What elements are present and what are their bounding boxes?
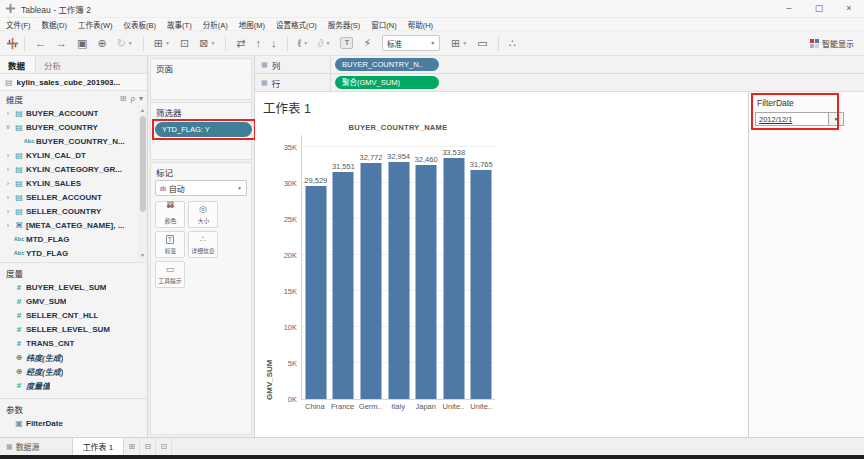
- minimize-button[interactable]: –: [774, 0, 804, 17]
- scrollbar[interactable]: ▲ ▼: [138, 106, 147, 260]
- sort-ascending-icon[interactable]: ↑: [256, 38, 262, 49]
- search-icon[interactable]: ρ: [130, 94, 135, 103]
- field-row[interactable]: ⊕纬度(生成): [0, 350, 147, 364]
- chevron-down-icon[interactable]: ▼: [165, 41, 170, 46]
- columns-shelf[interactable]: ▦ 列 BUYER_COUNTRY_N..: [255, 56, 864, 74]
- expander-icon[interactable]: ›: [4, 208, 12, 215]
- fix-axes-icon[interactable]: ⚡: [363, 38, 371, 49]
- marks-button-detail[interactable]: ∴详细信息: [188, 231, 218, 258]
- sheet-tab-active[interactable]: 工作表 1: [72, 438, 125, 455]
- datasource-item[interactable]: ▤ kylin_sales_cube_201903...: [0, 74, 147, 91]
- field-row[interactable]: ›▤SELLER_COUNTRY: [0, 204, 147, 218]
- format-icon[interactable]: ∂▼: [318, 38, 330, 49]
- refresh-icon[interactable]: ↻▼: [117, 38, 133, 49]
- save-icon[interactable]: ▣: [77, 38, 87, 49]
- menu-item[interactable]: 数据(D): [42, 19, 67, 30]
- marks-button-label[interactable]: T标签: [155, 231, 185, 258]
- rows-shelf[interactable]: ▦ 行 聚合(GMV_SUM): [255, 74, 864, 92]
- chevron-down-icon[interactable]: ▾: [139, 94, 143, 103]
- chevron-down-icon[interactable]: ▼: [303, 41, 308, 46]
- marks-button-tooltip[interactable]: ▭工具提示: [155, 261, 185, 288]
- undo-icon[interactable]: ←: [35, 38, 46, 49]
- new-worksheet-icon[interactable]: ⊞▼: [154, 38, 170, 49]
- menu-item[interactable]: 帮助(H): [408, 19, 433, 30]
- menu-item[interactable]: 故事(T): [167, 19, 192, 30]
- view-options-icon[interactable]: ⊞: [120, 94, 127, 103]
- bar-mark[interactable]: [360, 163, 381, 399]
- field-row[interactable]: ▣FilterDate: [0, 416, 147, 430]
- field-row[interactable]: ›▤KYLIN_CAL_DT: [0, 148, 147, 162]
- field-row[interactable]: ∨▤BUYER_COUNTRY: [0, 120, 147, 134]
- menu-item[interactable]: 仪表板(B): [124, 19, 157, 30]
- columns-pill[interactable]: BUYER_COUNTRY_N..: [335, 58, 439, 71]
- field-row[interactable]: #度量值: [0, 378, 147, 392]
- menu-item[interactable]: 分析(A): [203, 19, 228, 30]
- scroll-down-icon[interactable]: ▼: [138, 251, 147, 260]
- new-dashboard-button[interactable]: ⊟: [140, 438, 156, 455]
- clear-sheet-icon[interactable]: ⊠▼: [199, 38, 215, 49]
- expander-icon[interactable]: ›: [4, 180, 12, 187]
- chevron-down-icon[interactable]: ▼: [462, 41, 467, 46]
- scrollbar-thumb[interactable]: [140, 116, 146, 212]
- tab-analytics[interactable]: 分析: [36, 56, 71, 73]
- mark-type-dropdown[interactable]: ılı 自动 ▼: [155, 180, 247, 196]
- field-row[interactable]: #TRANS_CNT: [0, 336, 147, 350]
- menu-item[interactable]: 工作表(W): [78, 19, 113, 30]
- expander-icon[interactable]: ›: [4, 166, 12, 173]
- field-row[interactable]: #SELLER_LEVEL_SUM: [0, 322, 147, 336]
- field-row[interactable]: ⊕经度(生成): [0, 364, 147, 378]
- pages-card[interactable]: 页面: [150, 58, 252, 100]
- menu-item[interactable]: 窗口(N): [371, 19, 396, 30]
- field-row[interactable]: ›⌘[META_CATEG_NAME], ...: [0, 218, 147, 232]
- field-row[interactable]: ›▤SELLER_ACCOUNT: [0, 190, 147, 204]
- field-row[interactable]: #BUYER_LEVEL_SUM: [0, 280, 147, 294]
- filter-date-dropdown-arrow[interactable]: ▼: [829, 112, 844, 126]
- marks-button-size[interactable]: ◎大小: [188, 201, 218, 228]
- redo-icon[interactable]: →: [56, 38, 67, 49]
- menu-item[interactable]: 服务器(S): [328, 19, 361, 30]
- expander-icon[interactable]: ›: [4, 152, 12, 159]
- field-row[interactable]: ›▤BUYER_ACCOUNT: [0, 106, 147, 120]
- marks-button-color[interactable]: 颜色: [155, 201, 185, 228]
- field-row[interactable]: AbcBUYER_COUNTRY_N...: [0, 134, 147, 148]
- swap-axes-icon[interactable]: ⇄: [236, 38, 245, 49]
- bar-mark[interactable]: [443, 158, 464, 399]
- show-me-button[interactable]: 智能显示: [810, 38, 854, 49]
- chevron-down-icon[interactable]: ▼: [210, 41, 215, 46]
- expander-icon[interactable]: ›: [4, 194, 12, 201]
- new-worksheet-button[interactable]: ⊞: [124, 438, 140, 455]
- new-story-button[interactable]: ⊡: [156, 438, 172, 455]
- filter-pill-ytd-flag[interactable]: YTD_FLAG: Y: [155, 122, 252, 137]
- bar-mark[interactable]: [333, 172, 354, 399]
- field-row[interactable]: #GMV_SUM: [0, 294, 147, 308]
- tableau-logo-color-icon[interactable]: [6, 37, 19, 50]
- bar-mark[interactable]: [388, 162, 409, 399]
- menu-item[interactable]: 文件(F): [6, 19, 31, 30]
- expander-icon[interactable]: ›: [4, 110, 12, 117]
- field-row[interactable]: ›▤KYLIN_SALES: [0, 176, 147, 190]
- field-row[interactable]: ›▤KYLIN_CATEGORY_GR...: [0, 162, 147, 176]
- expander-icon[interactable]: ›: [4, 222, 12, 229]
- presentation-mode-icon[interactable]: ▭: [477, 38, 487, 49]
- field-row[interactable]: AbcYTD_FLAG: [0, 246, 147, 260]
- menu-item[interactable]: 地图(M): [239, 19, 265, 30]
- sort-descending-icon[interactable]: ↓: [271, 38, 277, 49]
- chevron-down-icon[interactable]: ▼: [128, 41, 133, 46]
- maximize-button[interactable]: ▢: [804, 0, 834, 17]
- show-mark-labels-icon[interactable]: ⊞▼: [451, 38, 467, 49]
- bar-mark[interactable]: [471, 170, 492, 399]
- filters-card[interactable]: 筛选器 YTD_FLAG: Y: [150, 102, 252, 160]
- rows-pill[interactable]: 聚合(GMV_SUM): [335, 76, 439, 89]
- datasource-tab[interactable]: ▦ 数据源: [0, 438, 50, 455]
- field-row[interactable]: #SELLER_CNT_HLL: [0, 308, 147, 322]
- filter-date-value[interactable]: 2012/12/1: [755, 112, 829, 126]
- highlight-icon[interactable]: ℓ▼: [298, 38, 309, 49]
- bar-mark[interactable]: [416, 165, 437, 399]
- fit-dropdown[interactable]: 标准 ▼: [382, 35, 440, 51]
- share-icon[interactable]: ∴: [509, 38, 516, 49]
- expander-icon[interactable]: ∨: [4, 123, 12, 131]
- chevron-down-icon[interactable]: ▼: [326, 41, 331, 46]
- text-label-icon[interactable]: T: [340, 37, 353, 49]
- menu-item[interactable]: 设置格式(O): [276, 19, 317, 30]
- scroll-up-icon[interactable]: ▲: [138, 106, 147, 115]
